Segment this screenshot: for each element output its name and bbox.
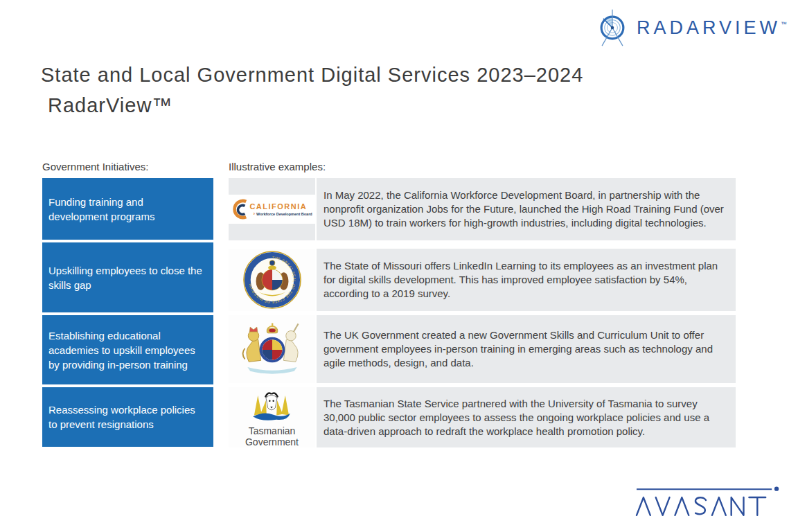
example-logo-cell: Tasmanian Government <box>229 387 315 447</box>
tasmanian-logo-text-line2: Government <box>245 436 299 447</box>
uk-royal-coat-of-arms-logo <box>236 319 309 380</box>
tasmanian-logo-text-line1: Tasmanian <box>245 425 299 436</box>
examples-column: Illustrative examples: CALIFORNIA › Work… <box>229 161 736 447</box>
avasant-wordmark <box>635 484 781 520</box>
initiative-box-funding: Funding training and development program… <box>42 178 213 240</box>
california-logo-subtitle: Workforce Development Board <box>256 212 312 216</box>
initiatives-heading: Government Initiatives: <box>42 161 213 172</box>
example-logo-cell <box>229 315 315 383</box>
initiative-box-workplace-policies: Reassessing workplace policies to preven… <box>42 387 213 447</box>
initiative-label: Funding training and development program… <box>48 195 205 224</box>
slide: RADARVIEW™ State and Local Government Di… <box>0 0 798 532</box>
page-title-line2: RadarView™ <box>41 94 172 116</box>
example-text-cell: The Tasmanian State Service partnered wi… <box>315 387 736 447</box>
initiative-label: Upskilling employees to close the skills… <box>48 263 205 292</box>
example-text-cell: The State of Missouri offers LinkedIn Le… <box>315 249 736 311</box>
example-logo-cell: CALIFORNIA › Workforce Development Board <box>229 178 315 240</box>
initiative-label: Establishing educational academies to up… <box>48 328 205 372</box>
radarview-wordmark-text: RADARVIEW <box>637 17 781 38</box>
example-row-missouri: THE GREAT SEAL OF THE STATE OF MISSOURI … <box>229 249 736 311</box>
california-wdb-logo: CALIFORNIA › Workforce Development Board <box>227 195 316 224</box>
example-text: The UK Government created a new Governme… <box>323 328 725 370</box>
initiative-box-upskilling: Upskilling employees to close the skills… <box>42 242 213 312</box>
tasmanian-government-logo: Tasmanian Government <box>245 388 299 447</box>
example-text: In May 2022, the California Workforce De… <box>323 188 725 230</box>
initiative-label: Reassessing workplace policies to preven… <box>48 402 205 432</box>
radarview-logo: RADARVIEW™ <box>593 8 787 47</box>
example-text: The Tasmanian State Service partnered wi… <box>323 397 725 438</box>
avasant-logo: AVASANT <box>635 484 781 522</box>
missouri-state-seal-logo: THE GREAT SEAL OF THE STATE OF MISSOURI <box>242 250 302 310</box>
page-title-line1: State and Local Government Digital Servi… <box>41 64 583 86</box>
radarview-wordmark: RADARVIEW™ <box>637 17 787 39</box>
example-row-california: CALIFORNIA › Workforce Development Board… <box>229 178 736 240</box>
chevron-right-icon: › <box>253 211 255 217</box>
tasmanian-thylacine-icon <box>247 388 296 424</box>
example-text-cell: The UK Government created a new Governme… <box>315 315 736 383</box>
california-c-mark-icon <box>231 198 248 220</box>
examples-heading: Illustrative examples: <box>229 161 736 172</box>
example-row-tasmania: Tasmanian Government The Tasmanian State… <box>229 387 736 447</box>
example-text-cell: In May 2022, the California Workforce De… <box>315 178 736 240</box>
example-logo-cell: THE GREAT SEAL OF THE STATE OF MISSOURI <box>229 249 315 311</box>
california-logo-title: CALIFORNIA <box>249 202 312 211</box>
example-text: The State of Missouri offers LinkedIn Le… <box>323 259 725 301</box>
initiatives-column: Government Initiatives: Funding training… <box>42 161 213 447</box>
example-row-uk: The UK Government created a new Governme… <box>229 315 736 383</box>
initiative-box-academies: Establishing educational academies to up… <box>42 315 213 384</box>
radar-icon <box>593 8 632 47</box>
page-title: State and Local Government Digital Servi… <box>41 60 583 121</box>
radarview-trademark: ™ <box>781 21 787 28</box>
